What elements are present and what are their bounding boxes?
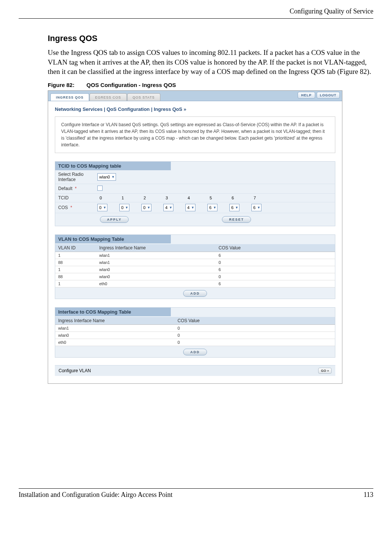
cos-select-7[interactable]: 6▼ (251, 204, 261, 211)
cos-select-5[interactable]: 6▼ (207, 204, 217, 211)
section-heading: Ingress QOS (48, 34, 373, 43)
chevron-down-icon: ▼ (125, 206, 128, 209)
configure-vlan-row: Configure VLAN GO » (55, 365, 335, 376)
tab-egress-cos[interactable]: EGRESS COS (90, 93, 127, 101)
tcid-col: 1 (119, 196, 141, 200)
chevron-down-icon: ▼ (257, 206, 260, 209)
tcid-col: 7 (251, 196, 273, 200)
figure-title: QOS Configuration - Ingress QOS (87, 82, 176, 88)
vlan-col-cos: COS Value (216, 244, 335, 252)
apply-button[interactable]: APPLY (100, 216, 129, 223)
footer-guide-title: Installation and Configuration Guide: Ai… (19, 491, 173, 499)
cos-select-4[interactable]: 4▼ (185, 204, 195, 211)
help-button[interactable]: HELP (298, 92, 315, 99)
body-paragraph: Use the Ingress QOS tab to assign COS va… (48, 48, 373, 77)
section-running-head: Configuring Quality of Service (19, 7, 373, 15)
tcid-row-label: TCID (58, 195, 97, 200)
tcid-col: 2 (141, 196, 163, 200)
cos-row-label: COS * (58, 205, 97, 210)
table-row: wlan10 (55, 324, 335, 332)
radio-interface-value: wlan0 (99, 175, 110, 179)
go-button[interactable]: GO » (318, 368, 332, 374)
cos-select-1[interactable]: 0▼ (119, 204, 129, 211)
chevron-down-icon: ▼ (103, 206, 106, 209)
cos-select-3[interactable]: 4▼ (163, 204, 173, 211)
tcid-col: 0 (97, 196, 119, 200)
table-row: 88wlan10 (55, 259, 335, 266)
vlan-cos-panel: VLAN to COS Mapping Table VLAN ID Ingres… (55, 234, 335, 299)
table-row: 1wlan16 (55, 252, 335, 259)
tcid-panel-head: TCID to COS Mapping table (55, 162, 171, 170)
table-row: 1wlan06 (55, 266, 335, 273)
logout-button[interactable]: LOGOUT (317, 92, 340, 99)
tab-ingress-qos[interactable]: INGRESS QOS (50, 93, 89, 101)
table-row: 88wlan00 (55, 273, 335, 280)
content: Ingress QOS Use the Ingress QOS tab to a… (48, 34, 373, 384)
chevron-down-icon: ▼ (112, 175, 115, 179)
tcid-col: 3 (163, 196, 185, 200)
screenshot-panel: INGRESS QOS EGRESS COS QOS STATS HELP LO… (48, 90, 342, 384)
chevron-down-icon: ▼ (169, 206, 172, 209)
default-label: Default * (58, 186, 97, 191)
tcid-col: 5 (207, 196, 229, 200)
iface-cos-panel: Interface to COS Mapping Table Ingress I… (55, 307, 335, 358)
iface-cos-table: Ingress Interface Name COS Value wlan10 … (55, 317, 335, 346)
tcid-panel: TCID to COS Mapping table Select Radio I… (55, 161, 335, 226)
configure-vlan-label: Configure VLAN (59, 368, 91, 373)
description-box: Configure Interface or VLAN based QoS se… (55, 116, 335, 153)
radio-interface-select[interactable]: wlan0 ▼ (97, 173, 116, 181)
vlan-col-if: Ingress Interface Name (96, 244, 216, 252)
iface-cos-panel-head: Interface to COS Mapping Table (55, 308, 171, 316)
chevron-down-icon: ▼ (213, 206, 216, 209)
table-row: wlan00 (55, 332, 335, 339)
header-rule (19, 18, 373, 19)
tab-qos-stats[interactable]: QOS STATS (127, 93, 160, 101)
vlan-col-id: VLAN ID (55, 244, 96, 252)
vlan-cos-panel-head: VLAN to COS Mapping Table (55, 235, 171, 243)
iface-col-cos: COS Value (175, 317, 335, 325)
figure-caption: Figure 82: QOS Configuration - Ingress Q… (48, 82, 373, 88)
chevron-down-icon: ▼ (191, 206, 194, 209)
vlan-cos-table: VLAN ID Ingress Interface Name COS Value… (55, 244, 335, 287)
reset-button[interactable]: RESET (222, 216, 251, 223)
chevron-down-icon: ▼ (235, 206, 238, 209)
iface-col-if: Ingress Interface Name (55, 317, 175, 325)
cos-select-0[interactable]: 0▼ (97, 204, 107, 211)
cos-select-2[interactable]: 0▼ (141, 204, 151, 211)
add-vlan-button[interactable]: ADD (183, 290, 207, 297)
default-checkbox[interactable] (97, 186, 103, 191)
footer-page-number: 113 (364, 491, 373, 499)
tcid-col: 6 (229, 196, 251, 200)
tab-bar: INGRESS QOS EGRESS COS QOS STATS HELP LO… (48, 91, 342, 101)
select-radio-label: Select Radio Interface (58, 172, 97, 182)
add-iface-button[interactable]: ADD (183, 349, 207, 355)
table-row: eth00 (55, 339, 335, 346)
table-row: 1eth06 (55, 280, 335, 287)
page-footer: Installation and Configuration Guide: Ai… (19, 488, 373, 499)
chevron-down-icon: ▼ (147, 206, 150, 209)
page-header: Configuring Quality of Service (19, 7, 373, 19)
tcid-col: 4 (185, 196, 207, 200)
figure-number: Figure 82: (48, 82, 75, 88)
breadcrumb: Networking Services | QoS Configuration … (48, 101, 342, 116)
cos-select-6[interactable]: 6▼ (229, 204, 239, 211)
